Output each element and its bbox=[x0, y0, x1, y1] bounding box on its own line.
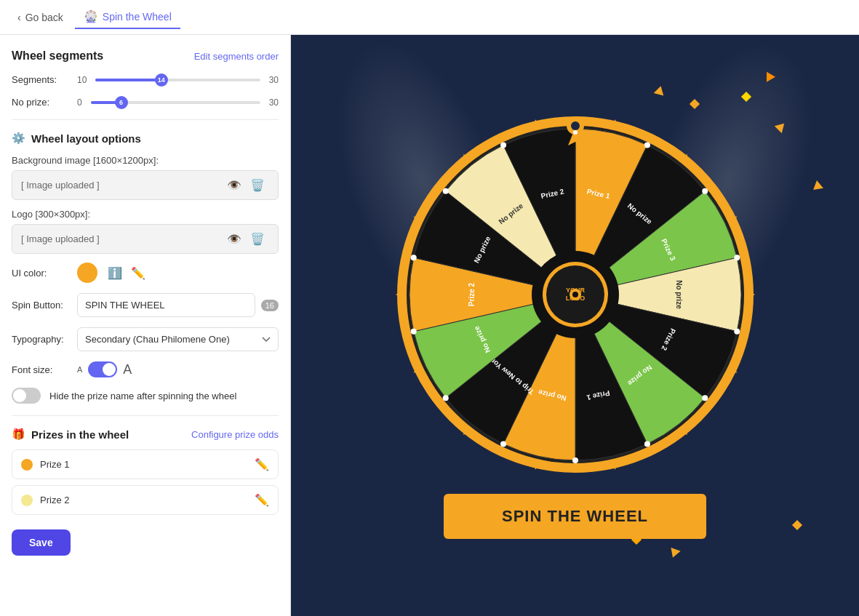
hide-prize-label-text: Hide the prize name after spinning the w… bbox=[49, 391, 236, 401]
prizes-title: 🎁 Prizes in the wheel bbox=[12, 428, 129, 441]
svg-point-29 bbox=[500, 142, 506, 148]
configure-prize-odds-link[interactable]: Configure prize odds bbox=[191, 429, 279, 440]
prizes-title-text: Prizes in the wheel bbox=[31, 428, 129, 441]
ui-color-label: UI color: bbox=[12, 268, 77, 279]
logo-value: [ Image uploaded ] bbox=[21, 233, 223, 244]
logo-delete-button[interactable]: 🗑️ bbox=[246, 231, 269, 247]
font-large-icon: A bbox=[123, 362, 132, 377]
spin-button-row: Spin Button: 16 bbox=[12, 293, 279, 317]
no-prize-value: 6 bbox=[119, 99, 123, 106]
svg-point-5 bbox=[644, 142, 650, 148]
svg-point-19 bbox=[500, 441, 506, 447]
segments-value: 14 bbox=[158, 76, 165, 84]
prize-1-dot bbox=[21, 459, 33, 471]
wheel-icon: 🎡 bbox=[84, 9, 98, 23]
no-prize-min: 0 bbox=[77, 97, 82, 108]
left-panel: Wheel segments Edit segments order Segme… bbox=[0, 35, 291, 616]
logo-field: [ Image uploaded ] 👁️ 🗑️ bbox=[12, 224, 279, 254]
svg-point-36 bbox=[572, 292, 578, 297]
bg-image-label: Background image [1600×1200px]: bbox=[12, 155, 279, 166]
segments-row: Segments: 10 14 30 bbox=[12, 74, 279, 85]
edit-segments-link[interactable]: Edit segments order bbox=[194, 51, 279, 62]
segments-slider[interactable]: 14 bbox=[92, 79, 263, 81]
wheel-segments-header: Wheel segments Edit segments order bbox=[12, 49, 279, 63]
save-button[interactable]: Save bbox=[12, 529, 71, 556]
prize-1-edit-button[interactable]: ✏️ bbox=[255, 457, 269, 471]
wheel-segments-title: Wheel segments bbox=[12, 49, 103, 63]
svg-point-25 bbox=[410, 255, 416, 260]
ui-color-picker[interactable] bbox=[77, 263, 97, 283]
ui-color-info-button[interactable]: ℹ️ bbox=[103, 265, 127, 281]
logo-label: Logo [300×300px]: bbox=[12, 209, 279, 220]
bg-image-delete-button[interactable]: 🗑️ bbox=[246, 177, 269, 193]
prize-1-name: Prize 1 bbox=[40, 459, 255, 470]
wheel-preview-container: Prize 1No prizePrize 3No prizePrize 2No … bbox=[393, 113, 757, 539]
font-small-icon: A bbox=[77, 365, 82, 374]
bg-image-field: [ Image uploaded ] 👁️ 🗑️ bbox=[12, 170, 279, 200]
go-back-label: Go back bbox=[25, 12, 63, 23]
hide-prize-row: Hide the prize name after spinning the w… bbox=[12, 388, 279, 404]
no-prize-max: 30 bbox=[269, 97, 279, 108]
segments-max: 30 bbox=[269, 75, 279, 85]
spin-wheel-button[interactable]: SPIN THE WHEEL bbox=[444, 494, 706, 539]
prize-2-dot bbox=[21, 495, 33, 506]
prizes-section: 🎁 Prizes in the wheel Configure prize od… bbox=[12, 428, 279, 515]
no-prize-slider[interactable]: 6 bbox=[88, 101, 263, 104]
divider-2 bbox=[12, 415, 279, 416]
font-size-toggle[interactable] bbox=[88, 361, 117, 377]
right-panel: Prize 1No prizePrize 3No prizePrize 2No … bbox=[291, 35, 859, 616]
svg-point-23 bbox=[410, 328, 416, 334]
svg-point-21 bbox=[442, 395, 448, 401]
go-back-button[interactable]: ‹ Go back bbox=[12, 9, 69, 26]
spin-wheel-tab[interactable]: 🎡 Spin the Wheel bbox=[75, 5, 180, 29]
spin-button-label: Spin Button: bbox=[12, 300, 77, 311]
svg-point-11 bbox=[734, 328, 740, 334]
bg-image-preview-button[interactable]: 👁️ bbox=[223, 177, 246, 193]
ui-color-row: UI color: ℹ️ ✏️ bbox=[12, 263, 279, 283]
svg-point-17 bbox=[572, 457, 578, 463]
layout-title-text: Wheel layout options bbox=[31, 132, 141, 145]
settings-icon: ⚙️ bbox=[12, 132, 25, 145]
typography-row: Typography: Secondary (Chau Philomene On… bbox=[12, 327, 279, 351]
wheel-wrapper: Prize 1No prizePrize 3No prizePrize 2No … bbox=[393, 113, 757, 476]
bg-image-value: [ Image uploaded ] bbox=[21, 180, 223, 191]
prize-item-1: Prize 1 ✏️ bbox=[12, 449, 279, 479]
top-nav: ‹ Go back 🎡 Spin the Wheel bbox=[0, 0, 859, 35]
gift-icon: 🎁 bbox=[12, 428, 25, 441]
logo-preview-button[interactable]: 👁️ bbox=[223, 231, 246, 247]
segments-min: 10 bbox=[77, 75, 87, 85]
svg-point-38 bbox=[571, 121, 580, 130]
no-prize-label: No prize: bbox=[12, 97, 77, 108]
svg-point-13 bbox=[702, 395, 708, 401]
typography-select[interactable]: Secondary (Chau Philomene One) bbox=[77, 327, 279, 351]
divider-1 bbox=[12, 119, 279, 120]
hide-prize-toggle[interactable] bbox=[12, 388, 41, 404]
svg-text:No prize: No prize bbox=[674, 280, 682, 309]
typography-label: Typography: bbox=[12, 334, 77, 345]
segments-label: Segments: bbox=[12, 74, 77, 85]
wheel-svg: Prize 1No prizePrize 3No prizePrize 2No … bbox=[393, 113, 757, 476]
prizes-header: 🎁 Prizes in the wheel Configure prize od… bbox=[12, 428, 279, 441]
svg-point-9 bbox=[734, 255, 740, 260]
prize-2-edit-button[interactable]: ✏️ bbox=[255, 493, 269, 507]
svg-point-7 bbox=[702, 188, 708, 193]
svg-text:Prize 2: Prize 2 bbox=[468, 282, 476, 306]
tab-label: Spin the Wheel bbox=[103, 11, 172, 23]
font-size-label: Font size: bbox=[12, 364, 77, 375]
svg-point-15 bbox=[644, 441, 650, 447]
wheel-layout-section: ⚙️ Wheel layout options Background image… bbox=[12, 132, 279, 404]
spin-button-char-count: 16 bbox=[261, 300, 279, 311]
chevron-left-icon: ‹ bbox=[17, 12, 21, 23]
main-layout: Wheel segments Edit segments order Segme… bbox=[0, 35, 859, 616]
no-prize-row: No prize: 0 6 30 bbox=[12, 97, 279, 108]
svg-point-27 bbox=[442, 188, 448, 193]
prize-2-name: Prize 2 bbox=[40, 495, 255, 505]
font-size-row: Font size: A A bbox=[12, 361, 279, 377]
ui-color-edit-button[interactable]: ✏️ bbox=[127, 265, 150, 281]
svg-point-39 bbox=[573, 130, 578, 135]
spin-button-input[interactable] bbox=[77, 293, 255, 317]
layout-title: ⚙️ Wheel layout options bbox=[12, 132, 279, 145]
prize-item-2: Prize 2 ✏️ bbox=[12, 485, 279, 515]
